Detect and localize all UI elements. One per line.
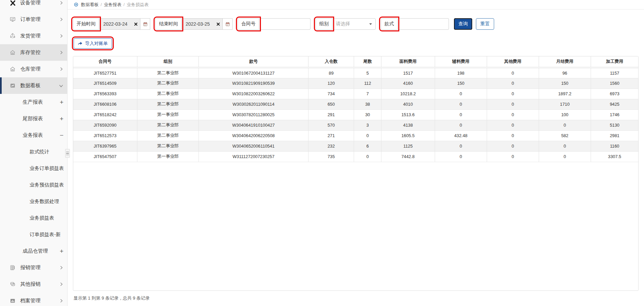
table-cell: 2981 (591, 130, 638, 141)
sidebar-item-business-pnl[interactable]: 业务损益表 (0, 210, 67, 226)
sidebar-item-label: 其他报销 (20, 281, 41, 287)
column-header-1: 组别 (137, 56, 198, 68)
table-cell: 3 (354, 120, 381, 130)
table-cell: 5 (354, 68, 381, 78)
table-cell: 0 (354, 130, 381, 141)
breadcrumb: 数据看板 / 业务报表 / 业务损益表 (68, 0, 644, 9)
house-icon (10, 66, 16, 72)
breadcrumb-item-dashboard[interactable]: 数据看板 (81, 2, 99, 8)
table-cell: W3030262011090114 (199, 99, 308, 109)
table-cell: 734 (308, 88, 354, 99)
chevron-right-icon (59, 276, 63, 292)
table-cell: 3307.5 (591, 151, 638, 162)
table-cell: JIT6592090 (73, 120, 137, 130)
table-cell: 0 (487, 130, 539, 141)
main-content: 数据看板 / 业务报表 / 业务损益表 开始时间 结束时间 (68, 0, 644, 306)
table-cell: 1897.2 (539, 88, 591, 99)
table-cell: W3010821909190539 (199, 78, 308, 88)
start-date-input[interactable] (99, 18, 132, 30)
table-row: JIT6608106第二事业部W303026201109011465038401… (73, 99, 638, 109)
table-row: JIT6563393第二事业部W301082200326062273471021… (73, 88, 638, 99)
table-row: JIT6512573第二事业部W304064200622050827101605… (73, 130, 638, 141)
table-cell: 1746 (591, 109, 638, 120)
table-cell: 582 (539, 130, 591, 141)
table-cell: 6973 (591, 88, 638, 99)
table-cell: 4138 (381, 120, 435, 130)
sidebar-item-reimbursement-management[interactable]: 报销管理 (0, 259, 67, 276)
column-header-7: 其他费用 (487, 56, 539, 68)
sidebar-item-archive-management[interactable]: 档案管理 (0, 292, 67, 306)
table-cell: 0 (487, 151, 539, 162)
sidebar-item-label: 生产报表 (23, 99, 43, 105)
sidebar-item-order-management[interactable]: 订单管理 (0, 11, 67, 28)
table-cell: 0 (435, 120, 487, 130)
style-group: 款式 (381, 18, 449, 30)
table-cell: 第一事业部 (137, 109, 198, 120)
table-cell: 432.48 (435, 130, 487, 141)
sidebar-item-business-data-processing[interactable]: 业务数据处理 (0, 193, 67, 210)
sidebar-item-production-reports[interactable]: 生产报表+ (0, 94, 67, 110)
table-cell: 0 (435, 141, 487, 151)
column-header-3: 入仓数 (308, 56, 354, 68)
sidebar-item-inventory-control[interactable]: 库存管控 (0, 44, 67, 61)
style-input[interactable] (398, 18, 449, 30)
sidebar-item-label: 仓库管理 (20, 66, 41, 72)
chevron-right-icon (59, 292, 63, 306)
sidebar-item-style-statistics[interactable]: 款式统计 (0, 144, 67, 160)
end-date-calendar-button[interactable] (222, 18, 233, 30)
plus-icon: + (60, 94, 63, 110)
end-date-clear-button[interactable] (214, 18, 222, 30)
sidebar-item-order-pnl-new[interactable]: 订单损益表-新 (0, 226, 67, 243)
plus-icon: + (60, 243, 63, 259)
table-cell: W3030782011280025 (199, 109, 308, 120)
table-cell: 第二事业部 (137, 120, 198, 130)
group-label: 组别 (316, 18, 332, 30)
table-row: JIT6397965第二事业部W304065200611054123261125… (73, 141, 638, 151)
sidebar-item-other-reimbursement[interactable]: 其他报销 (0, 276, 67, 292)
table-cell: 0 (435, 99, 487, 109)
group-select[interactable]: 请选择 (332, 18, 376, 30)
start-date-calendar-button[interactable] (140, 18, 150, 30)
table-cell: 0 (487, 120, 539, 130)
sidebar-item-finished-goods-warehouse[interactable]: 成品仓管理+ (0, 243, 67, 259)
location-pin-icon (74, 2, 79, 7)
table-cell: 271 (308, 130, 354, 141)
table-cell: 0 (487, 78, 539, 88)
sidebar-item-warehouse-management[interactable]: 仓库管理 (0, 61, 67, 77)
column-header-6: 辅料费用 (435, 56, 487, 68)
breadcrumb-separator: / (124, 2, 125, 7)
sidebar-item-label: 库存管控 (20, 49, 41, 56)
start-time-label: 开始时间 (73, 18, 99, 30)
contract-no-input[interactable] (259, 18, 311, 30)
archive-icon (10, 298, 16, 304)
column-header-5: 面料费用 (381, 56, 435, 68)
group-select-placeholder: 请选择 (336, 21, 350, 27)
table-cell: JIT6527751 (73, 68, 137, 78)
reset-button[interactable]: 重置 (476, 18, 494, 30)
sidebar-item-business-reports[interactable]: 业务报表− (0, 127, 67, 144)
search-button[interactable]: 查询 (454, 18, 472, 30)
sidebar-item-data-dashboard[interactable]: 数据看板 (0, 77, 67, 94)
start-date-group: 开始时间 (73, 18, 150, 30)
sidebar-item-shipping-management[interactable]: 发货管理 (0, 28, 67, 44)
table-cell: 291 (308, 109, 354, 120)
table-cell: 6 (354, 141, 381, 151)
sidebar-item-tail-reports[interactable]: 尾部报表+ (0, 110, 67, 127)
sidebar: 设备管理订单管理发货管理库存管控仓库管理数据看板生产报表+尾部报表+业务报表−款… (0, 0, 68, 306)
start-date-clear-button[interactable] (132, 18, 140, 30)
calendar-icon (143, 22, 148, 27)
table-cell: 5130 (591, 120, 638, 130)
sidebar-item-business-estimate-pnl[interactable]: 业务预估损益表 (0, 177, 67, 193)
sidebar-item-label: 报销管理 (20, 264, 41, 271)
table-cell: 第二事业部 (137, 99, 198, 109)
network-icon (10, 33, 16, 39)
clear-x-icon (134, 22, 138, 26)
sidebar-item-label: 档案管理 (20, 298, 41, 304)
table-header-row: 合同号组别款号入仓数尾数面料费用辅料费用其他费用月结费用加工费用 (73, 56, 638, 68)
breadcrumb-item-business-reports[interactable]: 业务报表 (104, 2, 122, 8)
sidebar-item-device-management[interactable]: 设备管理 (0, 0, 67, 11)
end-date-input[interactable] (182, 18, 214, 30)
import-statement-button[interactable]: 导入对账单 (74, 38, 112, 49)
breadcrumb-item-current-page: 业务损益表 (127, 2, 149, 8)
sidebar-item-business-order-pnl[interactable]: 业务订单损益表 (0, 160, 67, 177)
